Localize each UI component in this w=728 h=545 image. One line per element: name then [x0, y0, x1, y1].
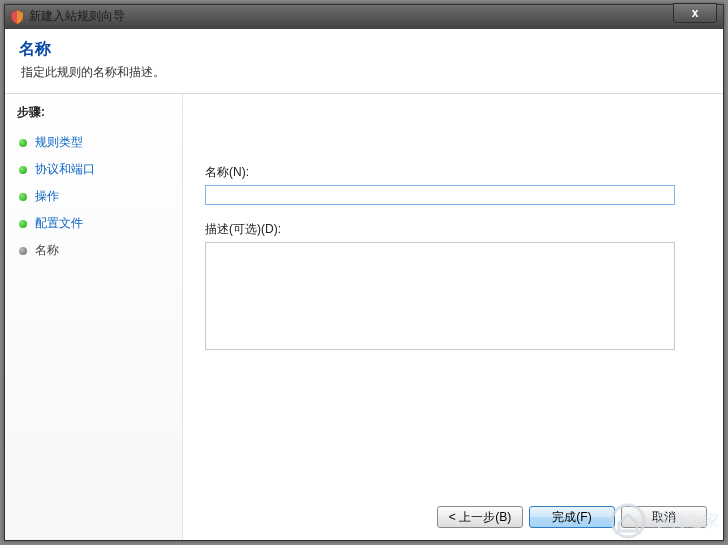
app-icon — [9, 9, 25, 25]
steps-label: 步骤: — [15, 102, 172, 129]
titlebar: 新建入站规则向导 x — [5, 5, 723, 29]
desc-input[interactable] — [205, 242, 675, 350]
button-row: < 上一步(B) 完成(F) 取消 — [437, 506, 707, 528]
back-button[interactable]: < 上一步(B) — [437, 506, 523, 528]
name-input[interactable] — [205, 185, 675, 205]
bullet-icon — [19, 193, 27, 201]
step-label: 名称 — [35, 242, 59, 259]
close-button[interactable]: x — [673, 3, 717, 23]
name-field-group: 名称(N): — [205, 164, 701, 205]
wizard-window: 新建入站规则向导 x 名称 指定此规则的名称和描述。 步骤: 规则类型 协议和端… — [4, 4, 724, 541]
close-icon: x — [692, 6, 699, 20]
step-label: 规则类型 — [35, 134, 83, 151]
finish-button[interactable]: 完成(F) — [529, 506, 615, 528]
step-label: 配置文件 — [35, 215, 83, 232]
steps-sidebar: 步骤: 规则类型 协议和端口 操作 配置文件 名称 — [5, 94, 183, 540]
step-action[interactable]: 操作 — [15, 183, 172, 210]
step-name[interactable]: 名称 — [15, 237, 172, 264]
page-title: 名称 — [19, 39, 709, 60]
cancel-button[interactable]: 取消 — [621, 506, 707, 528]
bullet-icon — [19, 166, 27, 174]
bullet-icon — [19, 247, 27, 255]
step-profile[interactable]: 配置文件 — [15, 210, 172, 237]
desc-field-group: 描述(可选)(D): — [205, 221, 701, 353]
main-panel: 名称(N): 描述(可选)(D): < 上一步(B) 完成(F) 取消 — [183, 94, 723, 540]
header: 名称 指定此规则的名称和描述。 — [5, 29, 723, 94]
window-title: 新建入站规则向导 — [29, 8, 719, 25]
page-subtitle: 指定此规则的名称和描述。 — [21, 64, 709, 81]
body: 步骤: 规则类型 协议和端口 操作 配置文件 名称 — [5, 94, 723, 540]
desc-label: 描述(可选)(D): — [205, 221, 701, 238]
step-protocol-port[interactable]: 协议和端口 — [15, 156, 172, 183]
step-label: 操作 — [35, 188, 59, 205]
bullet-icon — [19, 220, 27, 228]
name-label: 名称(N): — [205, 164, 701, 181]
step-rule-type[interactable]: 规则类型 — [15, 129, 172, 156]
step-label: 协议和端口 — [35, 161, 95, 178]
bullet-icon — [19, 139, 27, 147]
